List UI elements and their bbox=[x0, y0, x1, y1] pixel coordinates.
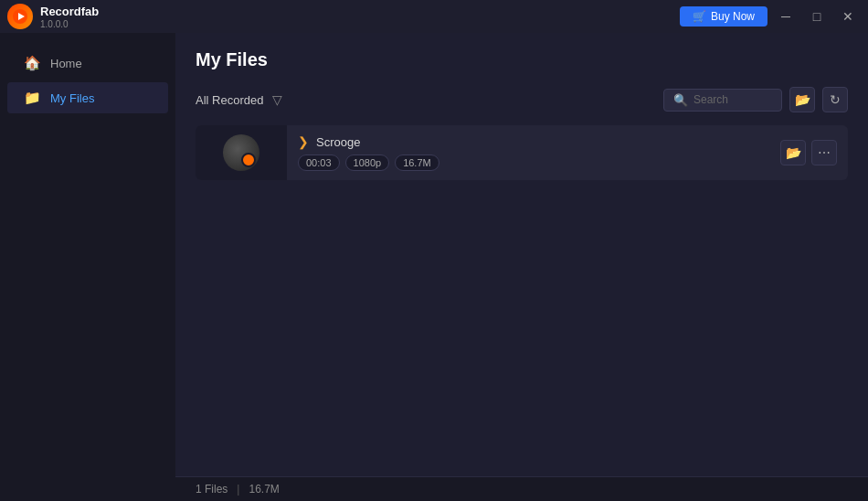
file-folder-button[interactable]: 📂 bbox=[780, 140, 806, 165]
file-thumbnail bbox=[196, 125, 287, 180]
app-version: 1.0.0.0 bbox=[40, 19, 99, 29]
buy-now-button[interactable]: 🛒 Buy Now bbox=[680, 6, 767, 27]
sidebar-item-home[interactable]: 🏠 Home bbox=[7, 48, 168, 79]
table-row: ❯ Scrooge 00:03 1080p 16.7M 📂 ⋯ bbox=[196, 125, 848, 180]
sidebar-myfiles-label: My Files bbox=[50, 91, 94, 105]
file-tags: 00:03 1080p 16.7M bbox=[298, 155, 769, 171]
search-icon: 🔍 bbox=[673, 93, 688, 107]
total-size: 16.7M bbox=[249, 483, 279, 496]
file-name: Scrooge bbox=[316, 135, 360, 149]
refresh-icon: ↻ bbox=[830, 92, 841, 107]
app-logo bbox=[7, 4, 33, 29]
title-bar-right: 🛒 Buy Now ─ □ ✕ bbox=[680, 6, 861, 27]
toolbar-left: All Recorded ▽ bbox=[196, 92, 282, 107]
file-more-button[interactable]: ⋯ bbox=[811, 140, 837, 165]
main-layout: 🏠 Home 📁 My Files My Files All Recorded … bbox=[0, 33, 868, 501]
sidebar-item-my-files[interactable]: 📁 My Files bbox=[7, 82, 168, 113]
minimize-button[interactable]: ─ bbox=[773, 7, 799, 26]
file-info: ❯ Scrooge 00:03 1080p 16.7M bbox=[287, 134, 780, 171]
resolution-tag: 1080p bbox=[345, 155, 390, 171]
file-actions: 📂 ⋯ bbox=[780, 140, 848, 165]
title-bar-left: Recordfab 1.0.0.0 bbox=[7, 4, 99, 29]
search-box: 🔍 bbox=[663, 89, 782, 112]
file-name-row: ❯ Scrooge bbox=[298, 134, 769, 149]
folder-open-button[interactable]: 📂 bbox=[789, 87, 815, 112]
more-icon: ⋯ bbox=[818, 145, 831, 160]
status-bar: 1 Files | 16.7M bbox=[175, 476, 868, 501]
home-icon: 🏠 bbox=[24, 55, 41, 71]
sidebar-home-label: Home bbox=[50, 57, 82, 70]
toolbar: All Recorded ▽ 🔍 📂 ↻ bbox=[175, 81, 868, 118]
play-chevron-icon: ❯ bbox=[298, 134, 309, 149]
close-button[interactable]: ✕ bbox=[835, 7, 861, 26]
toolbar-right: 🔍 📂 ↻ bbox=[663, 87, 848, 112]
buy-now-label: Buy Now bbox=[711, 10, 755, 23]
page-title: My Files bbox=[196, 49, 848, 70]
thumbnail-image bbox=[223, 134, 259, 171]
folder-open-icon: 📂 bbox=[795, 92, 810, 107]
maximize-button[interactable]: □ bbox=[804, 7, 830, 26]
app-name-block: Recordfab 1.0.0.0 bbox=[40, 5, 99, 29]
page-header: My Files bbox=[175, 33, 868, 81]
status-divider: | bbox=[237, 483, 239, 496]
folder-icon: 📁 bbox=[24, 90, 41, 106]
cart-icon: 🛒 bbox=[693, 10, 706, 23]
duration-tag: 00:03 bbox=[298, 155, 340, 171]
filter-label: All Recorded bbox=[196, 93, 263, 107]
refresh-button[interactable]: ↻ bbox=[822, 87, 848, 112]
filter-icon[interactable]: ▽ bbox=[272, 92, 282, 107]
sidebar: 🏠 Home 📁 My Files bbox=[0, 33, 175, 501]
content-area: My Files All Recorded ▽ 🔍 📂 ↻ bbox=[175, 33, 868, 501]
file-count: 1 Files bbox=[196, 483, 228, 496]
search-input[interactable] bbox=[693, 93, 767, 106]
app-name: Recordfab bbox=[40, 5, 99, 18]
file-list: ❯ Scrooge 00:03 1080p 16.7M 📂 ⋯ bbox=[175, 118, 868, 476]
size-tag: 16.7M bbox=[395, 155, 439, 171]
file-folder-icon: 📂 bbox=[786, 145, 801, 160]
title-bar: Recordfab 1.0.0.0 🛒 Buy Now ─ □ ✕ bbox=[0, 0, 868, 33]
